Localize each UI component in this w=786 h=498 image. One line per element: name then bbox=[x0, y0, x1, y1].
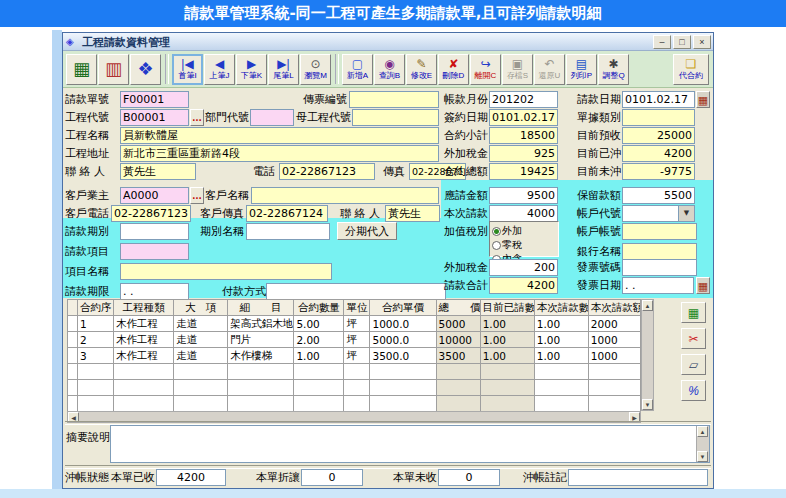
account-no-input[interactable] bbox=[622, 223, 697, 240]
minimize-button[interactable]: – bbox=[653, 35, 671, 49]
parent-project-input[interactable] bbox=[352, 109, 439, 126]
table-vertical-scrollbar[interactable]: ▲ ▼ bbox=[641, 299, 654, 411]
table-row[interactable]: 2 木作工程 走道 門片 2.00 坪 5000.0 10000 1.00 1.… bbox=[68, 332, 641, 348]
table-row[interactable]: 1 木作工程 走道 架高式鋁木地 5.00 坪 1000.0 5000 1.00… bbox=[68, 316, 641, 332]
item-name-input[interactable] bbox=[120, 263, 332, 280]
project-address-input[interactable] bbox=[120, 145, 439, 162]
scroll-down-icon[interactable]: ▼ bbox=[642, 399, 653, 410]
close-button[interactable]: × bbox=[693, 35, 711, 49]
cell[interactable]: 1000 bbox=[588, 348, 640, 364]
cell[interactable]: 3500 bbox=[436, 348, 480, 364]
add-button[interactable]: ▢新增A bbox=[342, 54, 373, 85]
offset-remaining-input[interactable] bbox=[622, 163, 695, 180]
cell[interactable]: 走道 bbox=[174, 332, 228, 348]
dept-code-input[interactable] bbox=[250, 109, 294, 126]
current-tax-input[interactable] bbox=[489, 259, 558, 276]
account-month-input[interactable] bbox=[489, 91, 558, 108]
cell[interactable]: 1 bbox=[78, 316, 114, 332]
claim-item-input[interactable] bbox=[120, 243, 189, 260]
calendar-tool-button[interactable]: ▥ bbox=[98, 54, 129, 85]
project-lookup-button[interactable]: … bbox=[190, 109, 204, 126]
invoice-no-input[interactable] bbox=[120, 91, 189, 108]
claim-total-input[interactable] bbox=[489, 277, 558, 294]
customer-fax-input[interactable] bbox=[246, 205, 328, 222]
account-code-select[interactable]: ▼ bbox=[622, 205, 695, 222]
cell[interactable]: 1.00 bbox=[480, 316, 534, 332]
cut-row-button[interactable]: ✂ bbox=[681, 328, 706, 349]
scroll-down-icon[interactable]: ▼ bbox=[697, 451, 708, 462]
current-claim-input[interactable] bbox=[489, 205, 558, 222]
project-name-input[interactable] bbox=[120, 127, 439, 144]
cell[interactable]: 3500.0 bbox=[370, 348, 436, 364]
invoice-date-calendar-button[interactable]: ▦ bbox=[696, 277, 710, 294]
retention-input[interactable] bbox=[622, 187, 695, 204]
cell[interactable]: 2 bbox=[78, 332, 114, 348]
undo-button[interactable]: ↶還原U bbox=[534, 54, 565, 85]
sign-date-input[interactable] bbox=[489, 109, 558, 126]
cell[interactable]: 木作工程 bbox=[114, 316, 174, 332]
cell[interactable]: 5.00 bbox=[294, 316, 344, 332]
payment-method-input[interactable] bbox=[266, 283, 446, 300]
allowance-input[interactable] bbox=[301, 469, 363, 486]
next-record-button[interactable]: ▶下筆K bbox=[236, 54, 267, 85]
period-no-input[interactable] bbox=[120, 223, 189, 240]
exit-button[interactable]: ↪離開C bbox=[470, 54, 501, 85]
invoice-number-input[interactable] bbox=[622, 259, 697, 276]
maximize-button[interactable]: □ bbox=[673, 35, 691, 49]
project-code-input[interactable] bbox=[120, 109, 189, 126]
cell[interactable]: 2.00 bbox=[294, 332, 344, 348]
contract-button[interactable]: ❏代合約 bbox=[673, 54, 709, 85]
customer-name-input[interactable] bbox=[251, 187, 439, 204]
vat-option-zero[interactable]: 零稅 bbox=[492, 238, 522, 252]
claim-date-input[interactable] bbox=[622, 91, 695, 108]
cell[interactable]: 2000 bbox=[588, 316, 640, 332]
customer-phone-input[interactable] bbox=[111, 205, 191, 222]
customer-code-input[interactable] bbox=[120, 187, 189, 204]
cell[interactable]: 1000.0 bbox=[370, 316, 436, 332]
unreceived-input[interactable] bbox=[438, 469, 500, 486]
vat-option-extra[interactable]: 外加 bbox=[492, 224, 522, 238]
copy-row-button[interactable]: ▱ bbox=[681, 354, 706, 375]
first-record-button[interactable]: |◀首筆I bbox=[172, 54, 203, 85]
scroll-up-icon[interactable]: ▲ bbox=[642, 300, 653, 311]
contract-total-input[interactable] bbox=[489, 163, 558, 180]
cell[interactable]: 1.00 bbox=[534, 316, 588, 332]
cell[interactable]: 5000.0 bbox=[370, 332, 436, 348]
claim-amount-input[interactable] bbox=[489, 187, 558, 204]
period-name-input[interactable] bbox=[246, 223, 330, 240]
summary-scrollbar[interactable]: ▲ ▼ bbox=[696, 426, 709, 462]
window-titlebar[interactable]: ◈ 工程請款資料管理 – □ × bbox=[63, 33, 713, 51]
cell[interactable]: 1.00 bbox=[534, 332, 588, 348]
scroll-up-icon[interactable]: ▲ bbox=[697, 426, 708, 437]
last-record-button[interactable]: ▶|尾筆L bbox=[268, 54, 299, 85]
received-input[interactable] bbox=[156, 469, 226, 486]
print-button[interactable]: ▤列印P bbox=[566, 54, 597, 85]
claim-deadline-input[interactable] bbox=[120, 283, 189, 300]
contact-input[interactable] bbox=[120, 163, 196, 180]
modify-button[interactable]: ✎修改E bbox=[406, 54, 437, 85]
percent-button[interactable]: % bbox=[681, 380, 706, 401]
claim-date-calendar-button[interactable]: ▦ bbox=[696, 91, 710, 108]
offset-done-input[interactable] bbox=[622, 145, 695, 162]
contract-tax-input[interactable] bbox=[489, 145, 558, 162]
cell[interactable]: 坪 bbox=[344, 348, 370, 364]
cell[interactable]: 走道 bbox=[174, 316, 228, 332]
offset-note-input[interactable] bbox=[568, 469, 708, 486]
manual-button[interactable]: ❖ bbox=[130, 54, 161, 85]
query-button[interactable]: ◉查詢B bbox=[374, 54, 405, 85]
grid-edit-button[interactable]: ▦ bbox=[681, 302, 706, 323]
bank-name-input[interactable] bbox=[622, 243, 697, 260]
cell[interactable]: 1.00 bbox=[480, 332, 534, 348]
delete-button[interactable]: ✘刪除D bbox=[438, 54, 469, 85]
cell[interactable]: 坪 bbox=[344, 332, 370, 348]
cell[interactable]: 1.00 bbox=[534, 348, 588, 364]
installment-button[interactable]: 分期代入 bbox=[337, 222, 397, 240]
cell[interactable]: 門片 bbox=[228, 332, 294, 348]
cell[interactable]: 木作工程 bbox=[114, 348, 174, 364]
cell[interactable]: 走道 bbox=[174, 348, 228, 364]
cell[interactable]: 坪 bbox=[344, 316, 370, 332]
table-row[interactable]: 3 木作工程 走道 木作樓梯 1.00 坪 3500.0 3500 1.00 1… bbox=[68, 348, 641, 364]
customer-lookup-button[interactable]: … bbox=[190, 187, 204, 204]
cell[interactable]: 木作工程 bbox=[114, 332, 174, 348]
voucher-no-input[interactable] bbox=[349, 91, 439, 108]
